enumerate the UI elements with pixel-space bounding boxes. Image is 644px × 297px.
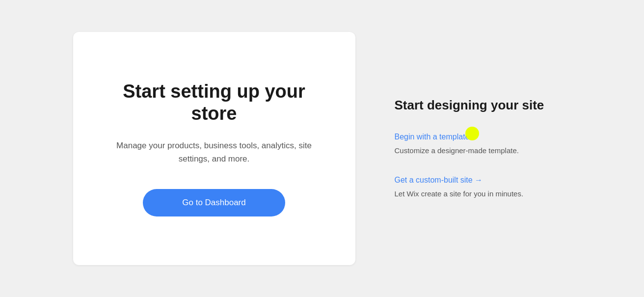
custom-site-description: Let Wix create a site for you in minutes… [395, 189, 571, 200]
custom-site-link-group: Get a custom-built site → Let Wix create… [395, 176, 571, 200]
store-setup-title: Start setting up your store [112, 81, 316, 125]
design-section-heading: Start designing your site [395, 98, 571, 113]
template-link-group: Begin with a template → Customize a desi… [395, 133, 571, 157]
custom-built-site-link[interactable]: Get a custom-built site → [395, 176, 571, 185]
main-container: Start setting up your store Manage your … [0, 0, 644, 297]
go-to-dashboard-button[interactable]: Go to Dashboard [143, 189, 285, 216]
template-link-description: Customize a designer-made template. [395, 145, 571, 157]
left-card: Start setting up your store Manage your … [73, 32, 355, 265]
store-setup-description: Manage your products, business tools, an… [112, 139, 316, 165]
begin-with-template-link[interactable]: Begin with a template → [395, 133, 571, 141]
right-section: Start designing your site Begin with a t… [395, 98, 571, 200]
